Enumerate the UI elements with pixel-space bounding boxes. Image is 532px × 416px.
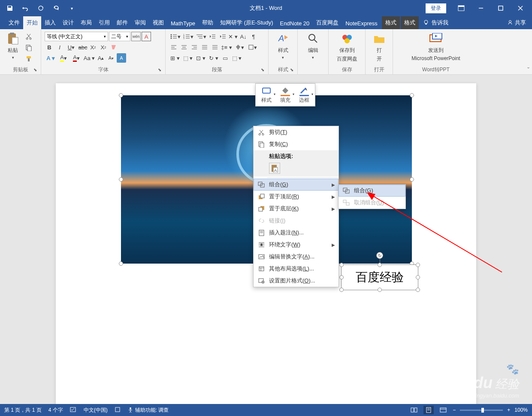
zoom-out-icon[interactable]: − bbox=[453, 407, 456, 413]
minimize-icon[interactable] bbox=[472, 2, 490, 15]
cm-wrap[interactable]: 环绕文字(W) ▶ bbox=[254, 239, 339, 251]
zoom-level[interactable]: 100% bbox=[514, 407, 528, 413]
tab-insert[interactable]: 插入 bbox=[41, 16, 59, 29]
zoom-in-icon[interactable]: + bbox=[507, 407, 510, 413]
enclose-char-icon[interactable]: A bbox=[117, 53, 126, 63]
snap-grid-icon[interactable]: ⊞ ▾ bbox=[169, 53, 181, 63]
tab-noteexpress[interactable]: NoteExpress bbox=[342, 18, 381, 29]
font-launcher-icon[interactable]: ⬊ bbox=[158, 67, 164, 73]
rotate-icon[interactable]: ↻ ▾ bbox=[208, 53, 220, 63]
resize-handle[interactable] bbox=[339, 275, 344, 279]
status-page[interactable]: 第 1 页，共 1 页 bbox=[4, 407, 42, 414]
sort-icon[interactable]: A↓ bbox=[239, 32, 248, 41]
line-spacing-icon[interactable]: ‡≡ ▾ bbox=[221, 43, 233, 52]
resize-handle[interactable] bbox=[339, 263, 344, 267]
styles-launcher-icon[interactable]: ⬊ bbox=[290, 67, 296, 73]
tab-help[interactable]: 帮助 bbox=[199, 16, 217, 29]
shading-icon[interactable]: ▾ bbox=[233, 43, 245, 52]
resize-handle[interactable] bbox=[410, 93, 414, 97]
clipboard-launcher-icon[interactable]: ⬊ bbox=[33, 67, 39, 73]
paste-button[interactable]: 粘贴 ▾ bbox=[3, 31, 23, 61]
bold-icon[interactable]: B bbox=[45, 43, 54, 52]
resize-handle[interactable] bbox=[378, 288, 382, 292]
strikethrough-icon[interactable]: abc bbox=[78, 43, 88, 52]
redo-icon[interactable] bbox=[36, 3, 45, 13]
save-icon[interactable] bbox=[5, 3, 15, 13]
change-case-icon[interactable]: Aa ▾ bbox=[83, 53, 95, 63]
tab-baidu[interactable]: 百度网盘 bbox=[313, 16, 342, 29]
tab-layout[interactable]: 布局 bbox=[77, 16, 95, 29]
a11y-icon[interactable]: 辅助功能: 调查 bbox=[127, 407, 169, 414]
cm-bring-front[interactable]: 置于顶层(R) ▶ bbox=[254, 191, 339, 203]
justify-icon[interactable] bbox=[200, 43, 209, 52]
align-center-icon[interactable] bbox=[179, 43, 189, 52]
font-name-combo[interactable]: 等线 (中文正文)▾ bbox=[45, 32, 108, 41]
cut-icon[interactable] bbox=[24, 32, 33, 41]
font-size-combo[interactable]: 二号▾ bbox=[109, 32, 130, 41]
align-left-icon[interactable] bbox=[169, 43, 178, 52]
align-right-icon[interactable] bbox=[190, 43, 199, 52]
cm-more-layout[interactable]: 其他布局选项(L)... bbox=[254, 263, 339, 275]
cm-group[interactable]: 组合(G) ▶ bbox=[254, 179, 339, 191]
selection-pane-icon[interactable]: ▭ bbox=[221, 53, 230, 63]
tab-view[interactable]: 视图 bbox=[149, 16, 167, 29]
resize-handle[interactable] bbox=[339, 288, 344, 292]
multilevel-icon[interactable]: ▾ bbox=[195, 32, 207, 41]
resize-handle[interactable] bbox=[416, 275, 420, 279]
resize-handle[interactable] bbox=[119, 93, 123, 97]
close-icon[interactable] bbox=[511, 2, 529, 15]
mini-style[interactable]: ▾ 样式 bbox=[260, 86, 273, 104]
tab-file[interactable]: 文件 bbox=[5, 16, 23, 29]
tab-review[interactable]: 审阅 bbox=[131, 16, 149, 29]
cm-format-pic[interactable]: 设置图片格式(O)... bbox=[254, 275, 339, 287]
highlight-icon[interactable]: A ▾ bbox=[57, 53, 70, 63]
open-button[interactable]: 打 开 bbox=[369, 31, 390, 64]
tab-mailings[interactable]: 邮件 bbox=[113, 16, 131, 29]
paragraph-launcher-icon[interactable]: ⬊ bbox=[261, 67, 267, 73]
tab-format1[interactable]: 格式 bbox=[382, 16, 400, 29]
cm-cut[interactable]: 剪切(T) bbox=[254, 126, 339, 138]
login-button[interactable]: 登录 bbox=[426, 3, 446, 13]
read-mode-icon[interactable] bbox=[409, 406, 419, 414]
cm-copy[interactable]: 复制(C) bbox=[254, 138, 339, 150]
grow-font-icon[interactable]: A▴ bbox=[96, 53, 106, 63]
submenu-group-item[interactable]: 组合(G) bbox=[339, 185, 405, 197]
paste-keep-text-icon[interactable]: A bbox=[269, 163, 280, 174]
underline-icon[interactable]: U ▾ bbox=[65, 43, 77, 52]
resize-handle[interactable] bbox=[416, 263, 420, 267]
print-layout-icon[interactable] bbox=[423, 406, 434, 414]
status-words[interactable]: 4 个字 bbox=[48, 407, 63, 414]
editing-button[interactable]: 编辑 ▾ bbox=[303, 31, 323, 61]
tab-format2[interactable]: 格式 bbox=[401, 16, 419, 29]
zoom-slider[interactable] bbox=[460, 410, 503, 411]
cm-alt-text[interactable]: 编辑替换文字(A)... bbox=[254, 251, 339, 263]
group-objects-icon[interactable]: ⊡ ▾ bbox=[195, 53, 207, 63]
numbering-icon[interactable]: 123 ▾ bbox=[182, 32, 194, 41]
macro-icon[interactable] bbox=[115, 407, 121, 414]
textbox[interactable]: ↻ 百度经验 bbox=[341, 264, 418, 290]
bullets-icon[interactable]: ▾ bbox=[169, 32, 181, 41]
align-objects-icon[interactable]: ⬚ ▾ bbox=[182, 53, 194, 63]
shrink-font-icon[interactable]: A▾ bbox=[106, 53, 116, 63]
asian-layout-icon[interactable]: ✕ ▾ bbox=[228, 32, 238, 41]
qat-customize-icon[interactable]: ▾ bbox=[67, 3, 76, 13]
decrease-indent-icon[interactable] bbox=[208, 32, 217, 41]
cm-send-back[interactable]: 置于底层(K) ▶ bbox=[254, 203, 339, 215]
tab-design[interactable]: 设计 bbox=[59, 16, 77, 29]
phonetic-guide-icon[interactable]: wén bbox=[131, 32, 141, 41]
share-button[interactable]: 共享 bbox=[501, 16, 532, 29]
spell-check-icon[interactable] bbox=[70, 407, 77, 414]
distribute-icon[interactable] bbox=[210, 43, 220, 52]
position-icon[interactable]: ⬚ ▾ bbox=[231, 53, 243, 63]
tab-references[interactable]: 引用 bbox=[95, 16, 113, 29]
ribbon-options-icon[interactable] bbox=[452, 2, 470, 15]
italic-icon[interactable]: I bbox=[55, 43, 64, 52]
increase-indent-icon[interactable] bbox=[218, 32, 227, 41]
text-effects-icon[interactable]: A ▾ bbox=[45, 53, 57, 63]
rotate-handle-icon[interactable]: ↻ bbox=[376, 252, 383, 259]
tab-zhiwang[interactable]: 知网研学 (原E-Study) bbox=[217, 16, 277, 29]
superscript-icon[interactable]: X2 bbox=[99, 43, 108, 52]
resize-handle[interactable] bbox=[119, 177, 123, 182]
cm-caption[interactable]: 插入题注(N)... bbox=[254, 227, 339, 239]
web-layout-icon[interactable] bbox=[438, 406, 448, 414]
